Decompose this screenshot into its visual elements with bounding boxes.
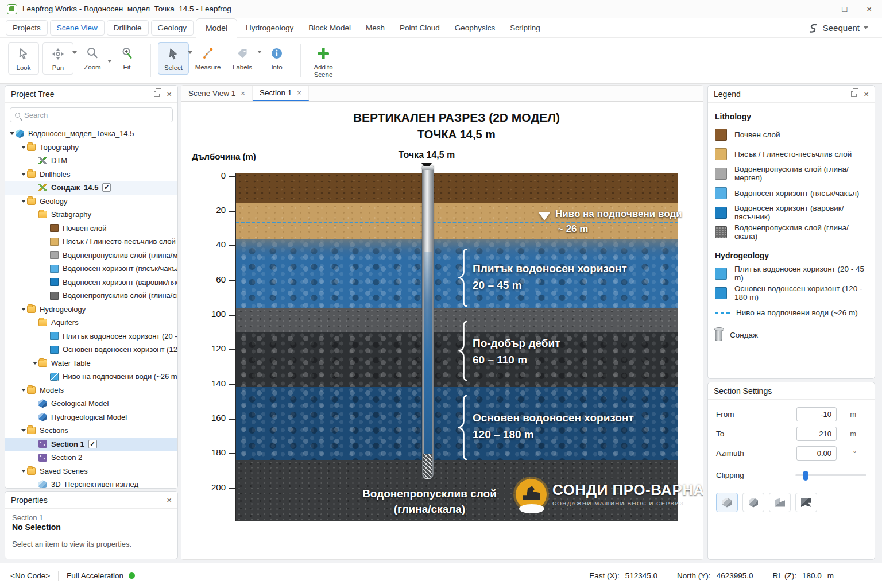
search-input[interactable]: [24, 111, 168, 119]
close-icon[interactable]: ×: [167, 90, 172, 98]
clipping-slider[interactable]: [795, 471, 866, 479]
zoom-button[interactable]: Zoom: [77, 42, 108, 74]
view-mode-button-3[interactable]: [769, 493, 791, 512]
checkbox[interactable]: ✓: [102, 183, 111, 192]
float-panel-icon[interactable]: [154, 91, 160, 97]
layer-topsoil: [236, 173, 678, 203]
tab-mesh[interactable]: Mesh: [359, 21, 391, 35]
tree-item[interactable]: Основен водоносен хоризонт (120 - 180 m): [5, 343, 177, 357]
expand-arrow-icon[interactable]: [20, 429, 27, 432]
tree-item[interactable]: Водонепропусклив слой (глина/скала): [5, 289, 177, 303]
expand-arrow-icon[interactable]: [20, 389, 27, 392]
tree-item[interactable]: Пясък / Глинесто-песъчлив слой: [5, 235, 177, 249]
tree-item[interactable]: Water Table: [5, 357, 177, 370]
tree-item[interactable]: Geological Model: [5, 397, 177, 411]
close-icon[interactable]: ×: [241, 89, 245, 98]
maximize-button[interactable]: □: [842, 5, 847, 13]
tab-projects[interactable]: Projects: [6, 20, 48, 36]
folder-icon: [27, 427, 36, 434]
tree-item[interactable]: Почвен слой: [5, 222, 177, 235]
color-swatch-icon: [50, 346, 59, 354]
tree-item-label: Geological Model: [51, 399, 109, 408]
search-box[interactable]: [10, 107, 173, 122]
minimize-button[interactable]: –: [818, 5, 822, 13]
tab-drillhole[interactable]: Drillhole: [107, 20, 149, 36]
view-mode-button-1[interactable]: [716, 493, 738, 512]
tree-item[interactable]: Водоносен_модел_Точка_14.5: [5, 127, 177, 141]
expand-arrow-icon[interactable]: [20, 146, 27, 149]
tab-geophysics[interactable]: Geophysics: [448, 21, 502, 35]
tab-model[interactable]: Model: [196, 18, 237, 39]
tree-item[interactable]: Drillholes: [5, 168, 177, 181]
labels-button[interactable]: Labels: [227, 42, 258, 74]
float-panel-icon[interactable]: [851, 91, 857, 97]
checkbox[interactable]: ✓: [88, 440, 97, 448]
tab-scripting[interactable]: Scripting: [504, 21, 547, 35]
tree-item[interactable]: Saved Scenes: [5, 465, 177, 478]
tree-item[interactable]: Section 2: [5, 451, 177, 465]
close-icon[interactable]: ×: [864, 90, 869, 98]
tree-item[interactable]: Hydrogeology: [5, 303, 177, 316]
select-button[interactable]: Select: [158, 42, 189, 75]
tree-item-label: Water Table: [51, 359, 91, 368]
tree-item[interactable]: Geology: [5, 195, 177, 208]
expand-arrow-icon[interactable]: [32, 362, 38, 365]
tree-item[interactable]: Sections: [5, 424, 177, 438]
add-to-scene-button[interactable]: Add to Scene: [308, 42, 339, 81]
view-mode-button-2[interactable]: [742, 493, 764, 512]
tree-item[interactable]: Stratigraphy: [5, 208, 177, 222]
logo-gear-icon: [516, 479, 547, 510]
borehole-icon: [715, 328, 722, 341]
azimuth-input[interactable]: [796, 446, 837, 461]
to-input[interactable]: [796, 427, 837, 441]
tree-item[interactable]: Models: [5, 384, 177, 397]
tree-item[interactable]: Водонепропусклив слой (глина/мергел): [5, 249, 177, 262]
expand-arrow-icon[interactable]: [9, 132, 16, 135]
seequent-logo[interactable]: Seequent: [807, 22, 876, 34]
tree-item-section-1[interactable]: Section 1✓: [5, 438, 177, 451]
close-button[interactable]: ×: [866, 5, 872, 13]
tree-item[interactable]: 3D_Перспективен изглед: [5, 478, 177, 489]
section-canvas[interactable]: ВЕРТИКАЛЕН РАЗРЕЗ (2D МОДЕЛ) ТОЧКА 14,5 …: [181, 102, 703, 559]
tree-item[interactable]: Водоносен хоризонт (пясък/чакъл): [5, 262, 177, 276]
scene-view-1-tab[interactable]: Scene View 1×: [181, 86, 253, 101]
model-cube-icon: [38, 413, 47, 421]
section-icon: [38, 440, 47, 448]
close-icon[interactable]: ×: [297, 88, 301, 97]
view-mode-button-4[interactable]: [795, 493, 817, 512]
expand-arrow-icon[interactable]: [20, 200, 27, 203]
legend-item: Пясък / Глинесто-песъчлив слой: [715, 144, 868, 164]
tree-item[interactable]: Водоносен хоризонт (варовик/пясъчник): [5, 276, 177, 289]
from-input[interactable]: [796, 407, 837, 421]
expand-arrow-icon[interactable]: [20, 173, 27, 176]
tab-scene-view[interactable]: Scene View: [50, 20, 105, 36]
acceleration-status-dot: [129, 572, 135, 579]
fit-button[interactable]: Fit: [111, 42, 142, 74]
slider-handle[interactable]: [803, 471, 808, 481]
measure-button[interactable]: Measure: [192, 42, 223, 74]
tree-item[interactable]: Плитък водоносен хоризонт (20 - 45 m): [5, 330, 177, 343]
pan-dropdown-icon[interactable]: [72, 51, 77, 54]
look-button[interactable]: Look: [8, 42, 39, 75]
tree-item[interactable]: Aquifers: [5, 316, 177, 330]
tree-item[interactable]: DTM: [5, 154, 177, 168]
folder-icon: [27, 198, 36, 205]
select-dropdown-icon[interactable]: [188, 51, 192, 54]
pan-button[interactable]: Pan: [42, 42, 74, 75]
tab-block-model[interactable]: Block Model: [302, 21, 357, 35]
tree-item[interactable]: Hydrogeological Model: [5, 411, 177, 424]
tab-point-cloud[interactable]: Point Cloud: [393, 21, 446, 35]
tree-item[interactable]: Topography: [5, 141, 177, 154]
properties-selection: No Selection: [12, 523, 171, 532]
expand-arrow-icon[interactable]: [20, 308, 27, 311]
tree-item[interactable]: Ниво на подпочвени води (~26 m): [5, 370, 177, 384]
water-table-value: ~ 26 m: [558, 223, 588, 235]
close-icon[interactable]: ×: [167, 496, 172, 504]
expand-arrow-icon[interactable]: [20, 470, 27, 473]
tree-item[interactable]: Сондаж_14.5✓: [5, 181, 177, 195]
tab-hydrogeology[interactable]: Hydrogeology: [239, 21, 300, 35]
section-1-tab[interactable]: Section 1×: [253, 86, 309, 101]
info-button[interactable]: Info: [261, 42, 292, 74]
tab-geology[interactable]: Geology: [151, 20, 194, 36]
tree-item-label: Geology: [40, 197, 67, 206]
